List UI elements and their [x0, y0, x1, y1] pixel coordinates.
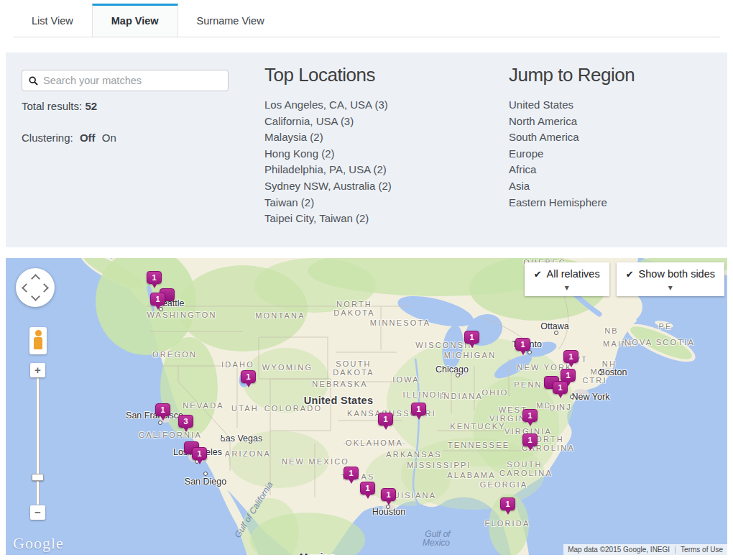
state-label: NORTH — [336, 300, 372, 308]
map-marker[interactable]: 1 — [515, 338, 530, 351]
map-marker[interactable]: 1 — [378, 413, 393, 426]
city-dot — [203, 472, 208, 476]
zoom-in-button[interactable]: + — [30, 363, 45, 377]
state-label: NEW MEXICO — [282, 457, 349, 466]
region-link[interactable]: North America — [509, 114, 607, 130]
map-marker[interactable]: 1 — [155, 403, 170, 416]
jump-to-region-list: United StatesNorth AmericaSouth AmericaE… — [509, 97, 607, 211]
state-label: OKLAHOMA — [346, 439, 403, 447]
total-results-value: 52 — [85, 100, 97, 112]
map-marker[interactable]: 1 — [563, 350, 578, 363]
top-location-item[interactable]: Philadelphia, PA, USA (2) — [264, 162, 392, 178]
tab-list-view[interactable]: List View — [13, 4, 92, 37]
street-view-pegman[interactable] — [29, 327, 47, 354]
state-label: ARIZONA — [225, 449, 271, 458]
map-marker[interactable]: 1 — [192, 447, 207, 460]
region-link[interactable]: United States — [509, 97, 607, 114]
state-label: MICHIGAN — [444, 351, 497, 359]
state-label: WASHINGTON — [147, 311, 216, 319]
pan-up-icon[interactable] — [31, 274, 40, 283]
map-marker[interactable]: 1 — [522, 409, 538, 422]
top-locations-list: Los Angeles, CA, USA (3)California, USA … — [264, 97, 392, 227]
city-dot — [554, 331, 558, 335]
map-marker[interactable]: 1 — [464, 331, 479, 344]
top-location-item[interactable]: Hong Kong (2) — [264, 146, 392, 162]
chevron-down-icon[interactable] — [534, 280, 600, 293]
map-marker[interactable]: 1 — [360, 482, 375, 495]
state-label: TENNESSEE — [448, 441, 510, 449]
google-logo[interactable]: Google — [13, 534, 64, 553]
top-location-item[interactable]: Malaysia (2) — [264, 129, 392, 146]
map-marker[interactable]: 1 — [241, 370, 256, 383]
region-link[interactable]: South America — [509, 129, 607, 146]
state-label: INDIANA — [440, 392, 483, 400]
search-input[interactable] — [43, 75, 221, 86]
state-label: WYOMING — [262, 363, 313, 372]
state-label: ALABAMA — [447, 471, 495, 479]
top-location-item[interactable]: Los Angeles, CA, USA (3) — [264, 97, 392, 114]
filter-show-both-sides[interactable]: Show both sides — [617, 262, 724, 296]
top-location-item[interactable]: Taiwan (2) — [264, 195, 392, 211]
top-location-item[interactable]: Taipei City, Taiwan (2) — [264, 211, 392, 227]
region-link[interactable]: Asia — [509, 178, 607, 195]
top-location-item[interactable]: Sydney NSW, Australia (2) — [264, 178, 392, 195]
map-marker[interactable]: 3 — [178, 415, 193, 428]
map-marker[interactable]: 1 — [561, 369, 576, 382]
state-label: IOWA — [392, 375, 420, 384]
country-label: United States — [304, 395, 374, 406]
city-dot — [221, 437, 225, 441]
state-label: MISSISSIPPI — [407, 461, 471, 469]
top-location-item[interactable]: California, USA (3) — [264, 114, 392, 130]
filter-all-relatives[interactable]: All relatives — [525, 262, 609, 296]
city-dot — [158, 421, 162, 425]
chevron-down-icon[interactable] — [626, 280, 715, 293]
state-label: NB — [604, 326, 619, 335]
state-label: NEBRASKA — [312, 380, 368, 388]
pan-left-icon[interactable] — [22, 283, 31, 293]
zoom-slider-track[interactable] — [36, 377, 40, 505]
state-label: UTAH — [231, 404, 259, 413]
state-label: NEVADA — [183, 401, 224, 410]
map-marker[interactable]: 1 — [411, 403, 426, 416]
city-label: Boston — [599, 367, 627, 377]
city-label: Las Vegas — [221, 433, 262, 444]
state-label: OREGON — [152, 350, 197, 359]
state-label: GEORGIA — [480, 480, 528, 489]
region-link[interactable]: Eastern Hemisphere — [509, 195, 607, 211]
pan-right-icon[interactable] — [40, 283, 49, 293]
map-marker[interactable]: 1 — [500, 497, 515, 510]
country-label: Mexico — [300, 551, 336, 555]
state-label: PENN — [514, 380, 542, 389]
check-icon — [626, 268, 634, 280]
clustering-label: Clustering: — [22, 132, 73, 144]
tab-surname-view[interactable]: Surname View — [178, 4, 283, 37]
zoom-out-button[interactable]: − — [30, 505, 45, 520]
map-marker[interactable]: 1 — [553, 381, 568, 394]
attribution-text: Map data ©2015 Google, INEGI — [568, 546, 670, 554]
state-label: NOVA SCOTIA — [624, 338, 695, 346]
map-attribution: Map data ©2015 Google, INEGI Terms of Us… — [563, 544, 727, 555]
state-label: IDAHO — [221, 360, 254, 369]
map-pan-control[interactable] — [16, 268, 55, 307]
zoom-slider-handle[interactable] — [32, 474, 44, 481]
pan-down-icon[interactable] — [31, 292, 40, 301]
state-label: CALIFORNIA — [139, 431, 202, 439]
state-label: CT — [582, 376, 596, 385]
map-marker[interactable]: 1 — [381, 488, 396, 501]
city-label: Chicago — [435, 364, 469, 375]
region-link[interactable]: Africa — [509, 162, 607, 178]
state-label: PE — [658, 322, 672, 331]
map-canvas[interactable]: Gulf ofMexicoGulf of California WASHINGT… — [6, 258, 727, 555]
tab-map-view[interactable]: Map View — [92, 4, 178, 37]
map-marker[interactable]: 1 — [150, 293, 165, 306]
map-marker[interactable]: 1 — [344, 467, 359, 479]
clustering-off-option[interactable]: Off — [80, 132, 96, 144]
state-label: KENTUCKY — [450, 422, 506, 431]
map-filter-dropdowns: All relatives Show both sides — [525, 262, 724, 296]
map-marker[interactable]: 1 — [522, 433, 538, 446]
total-results-label: Total results: — [22, 100, 82, 112]
terms-of-use-link[interactable]: Terms of Use — [681, 546, 723, 554]
map-marker[interactable]: 1 — [147, 271, 162, 284]
region-link[interactable]: Europe — [509, 146, 607, 162]
clustering-on-option[interactable]: On — [102, 132, 116, 144]
